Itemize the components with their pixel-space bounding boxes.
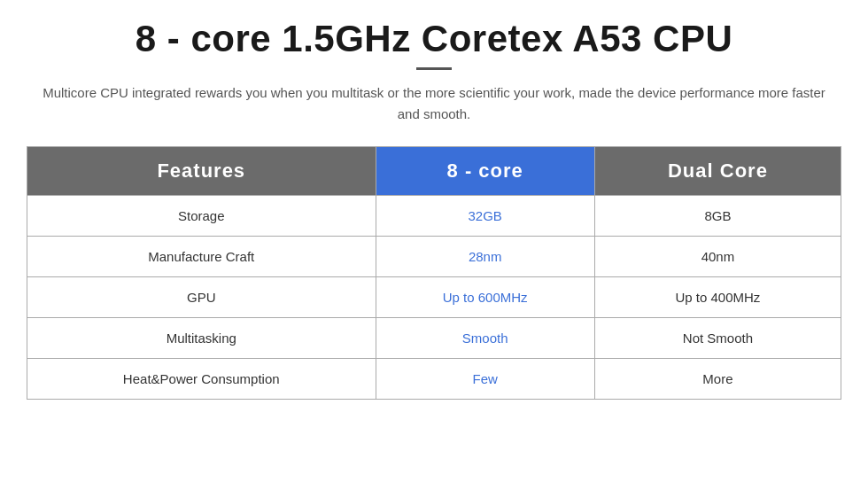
- header-8core: 8 - core: [376, 147, 594, 196]
- value-dualcore: Not Smooth: [594, 318, 841, 359]
- feature-label: Manufacture Craft: [27, 237, 376, 277]
- header-dualcore: Dual Core: [594, 147, 841, 196]
- table-row: Manufacture Craft28nm40nm: [27, 237, 841, 277]
- feature-label: Multitasking: [27, 318, 376, 359]
- value-8core: 32GB: [376, 196, 594, 237]
- table-row: MultitaskingSmoothNot Smooth: [27, 318, 841, 359]
- value-8core: Few: [376, 359, 594, 400]
- subtitle: Multicore CPU integrated rewards you whe…: [35, 82, 833, 125]
- comparison-table: Features 8 - core Dual Core Storage32GB8…: [27, 146, 841, 400]
- feature-label: GPU: [27, 277, 376, 318]
- table-row: Storage32GB8GB: [27, 196, 841, 237]
- table-header-row: Features 8 - core Dual Core: [27, 147, 841, 196]
- feature-label: Storage: [27, 196, 376, 237]
- table-row: GPUUp to 600MHzUp to 400MHz: [27, 277, 841, 318]
- value-8core: 28nm: [376, 237, 594, 277]
- value-dualcore: 40nm: [594, 237, 841, 277]
- value-dualcore: More: [594, 359, 841, 400]
- header-features: Features: [27, 147, 376, 196]
- title-divider: [416, 67, 452, 70]
- value-dualcore: Up to 400MHz: [594, 277, 841, 318]
- value-dualcore: 8GB: [594, 196, 841, 237]
- table-row: Heat&Power ConsumptionFewMore: [27, 359, 841, 400]
- value-8core: Smooth: [376, 318, 594, 359]
- page-title: 8 - core 1.5GHz Coretex A53 CPU: [136, 18, 733, 60]
- value-8core: Up to 600MHz: [376, 277, 594, 318]
- feature-label: Heat&Power Consumption: [27, 359, 376, 400]
